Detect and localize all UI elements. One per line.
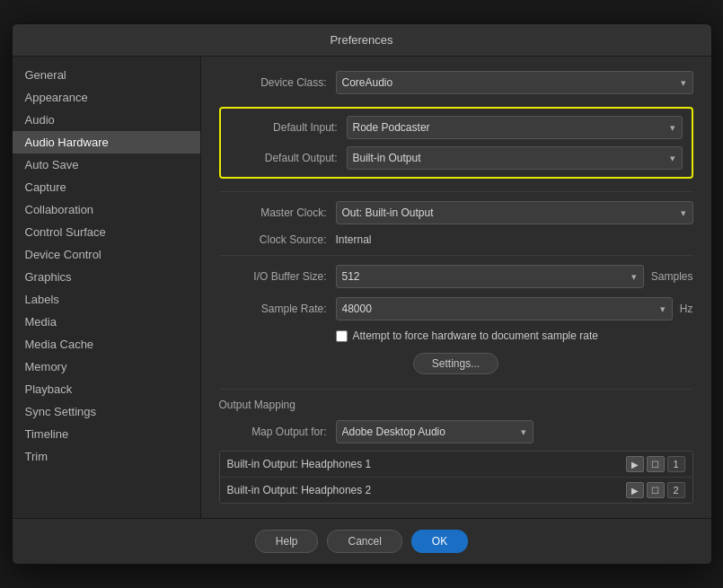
sidebar-item-device-control[interactable]: Device Control — [13, 243, 200, 266]
default-input-control: Rode PodcasterBuilt-in InputNone — [347, 116, 683, 139]
device-class-control: CoreAudioASIO — [336, 71, 693, 94]
map-output-row: Map Output for: Adobe Desktop AudioBuilt… — [219, 420, 693, 443]
io-buffer-select[interactable]: 12825651210242048 — [336, 265, 644, 288]
sidebar-item-general[interactable]: General — [13, 64, 200, 86]
default-input-select-wrapper: Rode PodcasterBuilt-in InputNone — [347, 116, 683, 139]
sidebar-item-audio-hardware[interactable]: Audio Hardware — [13, 131, 200, 154]
force-sample-rate-checkbox[interactable] — [336, 330, 348, 342]
default-output-select-wrapper: Built-in OutputRode PodcasterNone — [347, 146, 683, 170]
io-buffer-select-wrapper: 12825651210242048 — [336, 265, 644, 288]
sample-rate-control: 44100480008820096000 Hz — [336, 297, 693, 320]
default-output-label: Default Output: — [230, 152, 347, 164]
sidebar-item-collaboration[interactable]: Collaboration — [13, 198, 200, 221]
io-buffer-row: I/O Buffer Size: 12825651210242048 Sampl… — [219, 265, 693, 288]
sidebar-item-trim[interactable]: Trim — [13, 445, 200, 468]
device-class-label: Device Class: — [219, 76, 336, 89]
sidebar-item-labels[interactable]: Labels — [13, 288, 200, 311]
force-sample-rate-row: Attempt to force hardware to document sa… — [219, 329, 693, 342]
sidebar-item-memory[interactable]: Memory — [13, 355, 200, 378]
output-mapping-section: Output Mapping Map Output for: Adobe Des… — [219, 399, 693, 504]
sidebar-item-sync-settings[interactable]: Sync Settings — [13, 400, 200, 423]
map-output-select[interactable]: Adobe Desktop AudioBuilt-in Output — [336, 420, 533, 443]
output-box-button[interactable]: ☐ — [647, 482, 665, 498]
default-output-select[interactable]: Built-in OutputRode PodcasterNone — [347, 146, 683, 170]
io-buffer-label: I/O Buffer Size: — [219, 270, 336, 283]
output-row: Built-in Output: Headphones 1▶☐1 — [220, 452, 692, 478]
sidebar-item-timeline[interactable]: Timeline — [13, 423, 200, 445]
output-row-number: 2 — [667, 482, 685, 498]
default-output-row: Default Output: Built-in OutputRode Podc… — [230, 146, 683, 170]
clock-source-row: Clock Source: Internal — [219, 233, 693, 246]
io-buffer-unit: Samples — [651, 270, 693, 283]
sidebar-item-playback[interactable]: Playback — [13, 378, 200, 400]
output-row-label: Built-in Output: Headphones 1 — [227, 458, 372, 470]
device-class-row: Device Class: CoreAudioASIO — [219, 71, 693, 94]
sidebar-item-media-cache[interactable]: Media Cache — [13, 333, 200, 355]
default-io-section: Default Input: Rode PodcasterBuilt-in In… — [219, 107, 693, 179]
clock-source-label: Clock Source: — [219, 233, 336, 246]
preferences-dialog: Preferences GeneralAppearanceAudioAudio … — [12, 23, 712, 565]
output-play-button[interactable]: ▶ — [626, 482, 644, 498]
master-clock-select-wrapper: Out: Built-in OutputInternal — [336, 201, 693, 224]
default-input-row: Default Input: Rode PodcasterBuilt-in In… — [230, 116, 683, 139]
map-output-label: Map Output for: — [219, 426, 336, 438]
cancel-button[interactable]: Cancel — [327, 530, 401, 553]
master-clock-label: Master Clock: — [219, 206, 336, 219]
sidebar-item-graphics[interactable]: Graphics — [13, 266, 200, 288]
default-output-control: Built-in OutputRode PodcasterNone — [347, 146, 683, 170]
io-buffer-control: 12825651210242048 Samples — [336, 265, 693, 288]
output-row-controls: ▶☐2 — [626, 482, 685, 498]
output-box-button[interactable]: ☐ — [647, 456, 665, 472]
divider-2 — [219, 255, 693, 256]
output-row: Built-in Output: Headphones 2▶☐2 — [220, 478, 692, 503]
device-class-select[interactable]: CoreAudioASIO — [336, 71, 693, 94]
output-row-number: 1 — [667, 456, 685, 472]
output-row-label: Built-in Output: Headphones 2 — [227, 484, 372, 496]
sidebar-item-control-surface[interactable]: Control Surface — [13, 221, 200, 243]
clock-source-value: Internal — [336, 233, 372, 246]
map-output-select-wrapper: Adobe Desktop AudioBuilt-in Output — [336, 420, 533, 443]
ok-button[interactable]: OK — [411, 530, 468, 553]
sidebar-item-appearance[interactable]: Appearance — [13, 86, 200, 109]
output-table: Built-in Output: Headphones 1▶☐1Built-in… — [219, 451, 693, 504]
output-play-button[interactable]: ▶ — [626, 456, 644, 472]
force-sample-rate-label: Attempt to force hardware to document sa… — [353, 329, 598, 342]
sample-rate-label: Sample Rate: — [219, 303, 336, 315]
divider-1 — [219, 191, 693, 192]
sample-rate-select-wrapper: 44100480008820096000 — [336, 297, 673, 320]
sidebar-item-media[interactable]: Media — [13, 311, 200, 333]
master-clock-row: Master Clock: Out: Built-in OutputIntern… — [219, 201, 693, 224]
sample-rate-select[interactable]: 44100480008820096000 — [336, 297, 673, 320]
default-input-label: Default Input: — [230, 121, 347, 134]
dialog-footer: Help Cancel OK — [13, 518, 711, 564]
output-mapping-label: Output Mapping — [219, 399, 693, 411]
settings-button[interactable]: Settings... — [413, 353, 498, 374]
master-clock-select[interactable]: Out: Built-in OutputInternal — [336, 201, 693, 224]
dialog-title: Preferences — [13, 24, 711, 57]
device-class-select-wrapper: CoreAudioASIO — [336, 71, 693, 94]
output-row-controls: ▶☐1 — [626, 456, 685, 472]
sample-rate-unit: Hz — [680, 303, 693, 315]
dialog-body: GeneralAppearanceAudioAudio HardwareAuto… — [13, 57, 711, 518]
sidebar-item-auto-save[interactable]: Auto Save — [13, 154, 200, 176]
help-button[interactable]: Help — [255, 530, 319, 553]
main-content: Device Class: CoreAudioASIO Default Inpu… — [201, 57, 711, 518]
sidebar-item-capture[interactable]: Capture — [13, 176, 200, 198]
master-clock-control: Out: Built-in OutputInternal — [336, 201, 693, 224]
divider-3 — [219, 389, 693, 390]
sidebar-item-audio[interactable]: Audio — [13, 109, 200, 131]
sidebar: GeneralAppearanceAudioAudio HardwareAuto… — [13, 57, 201, 518]
sample-rate-row: Sample Rate: 44100480008820096000 Hz — [219, 297, 693, 320]
default-input-select[interactable]: Rode PodcasterBuilt-in InputNone — [347, 116, 683, 139]
